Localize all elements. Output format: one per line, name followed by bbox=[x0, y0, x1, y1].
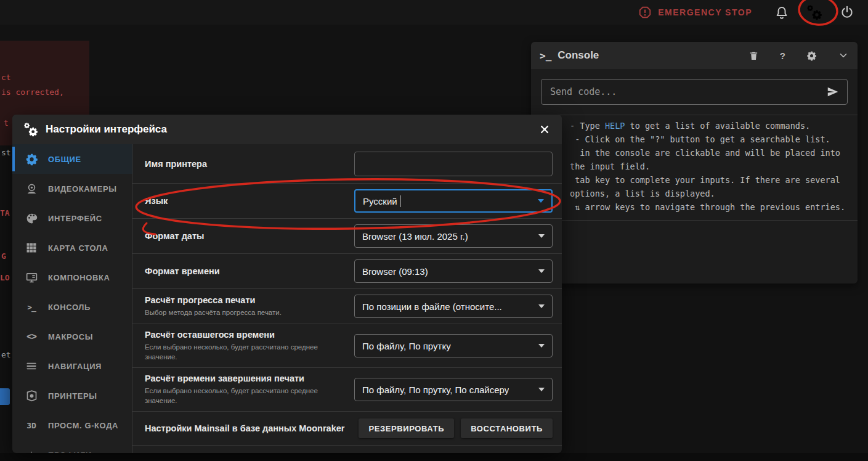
dialog-header: Настройки интерфейса bbox=[12, 115, 562, 144]
dialog-sidebar: ОБЩИЕ ВИДЕОКАМЕРЫ ИНТЕРФЕЙС КАРТА СТОЛА … bbox=[12, 144, 132, 453]
help-line: the input field. bbox=[570, 161, 650, 171]
setting-row-language: Язык Русский bbox=[132, 184, 562, 219]
console-settings-button[interactable] bbox=[806, 51, 817, 61]
sidebar-item-label: ПРОСМ. G-КОДА bbox=[48, 421, 118, 430]
chevron-down-icon bbox=[538, 388, 545, 391]
bell-icon bbox=[774, 5, 789, 20]
console-input-wrapper bbox=[541, 79, 848, 105]
sidebar-item-printers[interactable]: ПРИНТЕРЫ bbox=[12, 381, 132, 410]
sidebar-item-interface[interactable]: ИНТЕРФЕЙС bbox=[12, 203, 132, 233]
emergency-stop-button[interactable]: EMERGENCY STOP bbox=[638, 6, 752, 19]
menu-icon bbox=[25, 359, 38, 373]
terminal-icon: >_ bbox=[540, 50, 551, 62]
setting-sublabel: Если выбрано несколько, будет рассчитано… bbox=[145, 343, 348, 362]
error-text-fragment: t bbox=[4, 118, 9, 128]
language-select[interactable]: Русский bbox=[354, 189, 553, 213]
settings-button[interactable] bbox=[806, 4, 822, 20]
sidebar-item-gcode-viewer[interactable]: 3D ПРОСМ. G-КОДА bbox=[12, 410, 132, 440]
chevron-down-icon bbox=[538, 234, 545, 238]
power-button[interactable] bbox=[840, 5, 854, 20]
mainsail-app: EMERGENCY STOP ct is corrected, t st TA … bbox=[0, 0, 868, 461]
chevron-down-icon bbox=[538, 304, 545, 308]
time-remaining-value: По файлу, По прутку bbox=[362, 341, 451, 351]
notifications-button[interactable] bbox=[774, 5, 789, 20]
chevron-down-icon bbox=[538, 269, 545, 273]
eta-value: По файлу, По прутку, По слайсеру bbox=[362, 385, 509, 395]
close-icon bbox=[538, 123, 551, 136]
setting-label: Расчёт оставшегося времени bbox=[145, 330, 348, 340]
console-clear-button[interactable] bbox=[748, 51, 759, 61]
console-input[interactable] bbox=[549, 86, 826, 98]
time-remaining-select[interactable]: По файлу, По прутку bbox=[354, 334, 553, 357]
preset-icon bbox=[25, 448, 38, 453]
error-text-line: is corrected, bbox=[1, 88, 64, 97]
sidebar-item-webcams[interactable]: ВИДЕОКАМЕРЫ bbox=[12, 174, 132, 203]
backup-button[interactable]: РЕЗЕРВИРОВАТЬ bbox=[359, 418, 454, 438]
sidebar-item-label: ПРОФИЛИ bbox=[48, 451, 92, 454]
time-format-value: Browser (09:13) bbox=[362, 266, 428, 277]
chevron-down-icon bbox=[538, 344, 545, 348]
sidebar-item-label: КОМПОНОВКА bbox=[48, 273, 110, 282]
3d-icon: 3D bbox=[25, 418, 38, 432]
eta-select[interactable]: По файлу, По прутку, По слайсеру bbox=[354, 378, 553, 401]
gears-icon bbox=[23, 122, 38, 137]
setting-row-eta: Расчёт времени завершения печати Если вы… bbox=[132, 368, 562, 412]
console-help-button[interactable]: ? bbox=[780, 51, 785, 61]
setting-row-moonraker-db: Настройки Mainsail в базе данных Moonrak… bbox=[132, 412, 562, 446]
sidebar-item-navigation[interactable]: НАВИГАЦИЯ bbox=[12, 351, 132, 381]
sidebar-item-label: НАВИГАЦИЯ bbox=[48, 362, 102, 371]
sidebar-item-presets[interactable]: ПРОФИЛИ bbox=[12, 440, 132, 453]
printer-name-input[interactable] bbox=[354, 152, 553, 176]
dialog-content: Имя принтера Язык Русский Формат даты Br… bbox=[132, 144, 562, 453]
sidebar-item-bed-mesh[interactable]: КАРТА СТОЛА bbox=[12, 233, 132, 263]
power-icon bbox=[840, 5, 854, 20]
setting-row-date-format: Формат даты Browser (13 июл. 2025 г.) bbox=[132, 219, 562, 254]
emergency-stop-label: EMERGENCY STOP bbox=[658, 7, 752, 17]
page-bottom-strip bbox=[0, 453, 868, 461]
restore-button[interactable]: ВОССТАНОВИТЬ bbox=[461, 418, 553, 438]
console-actions: ? bbox=[748, 50, 849, 61]
sidebar-item-label: МАКРОСЫ bbox=[48, 332, 93, 341]
background-text-fragment: LO bbox=[0, 273, 10, 282]
top-bar: EMERGENCY STOP bbox=[0, 0, 868, 25]
setting-sublabel: Выбор метода расчёта прогресса печати. bbox=[145, 308, 348, 318]
setting-sublabel: Если выбрано несколько, будет рассчитано… bbox=[145, 386, 348, 406]
help-line: tab key to complete your inputs. If ther… bbox=[570, 175, 840, 185]
language-select-value: Русский bbox=[363, 196, 397, 206]
setting-label: Формат времени bbox=[145, 266, 348, 276]
close-dialog-button[interactable] bbox=[538, 123, 551, 136]
console-panel-header: >_ Console ? bbox=[531, 42, 858, 69]
sidebar-item-console[interactable]: >_ КОНСОЛЬ bbox=[12, 292, 132, 322]
dialog-title: Настройки интерфейса bbox=[46, 123, 167, 136]
trash-icon bbox=[748, 51, 759, 61]
sidebar-item-label: ОБЩИЕ bbox=[48, 155, 81, 164]
warning-octagon-icon bbox=[638, 6, 652, 19]
print-progress-select[interactable]: По позиции в файле (относите... bbox=[354, 295, 553, 318]
error-text-line: ct bbox=[1, 73, 11, 82]
sidebar-item-label: ВИДЕОКАМЕРЫ bbox=[48, 184, 117, 194]
help-line: options, a list is displayed. bbox=[570, 189, 715, 198]
sidebar-item-macros[interactable]: <> МАКРОСЫ bbox=[12, 322, 132, 351]
help-keyword[interactable]: HELP bbox=[605, 121, 625, 131]
chevron-down-icon bbox=[538, 199, 544, 203]
setting-label: Расчёт прогресса печати bbox=[145, 295, 348, 305]
date-format-value: Browser (13 июл. 2025 г.) bbox=[362, 231, 468, 242]
setting-row-printer-name: Имя принтера bbox=[132, 144, 562, 184]
date-format-select[interactable]: Browser (13 июл. 2025 г.) bbox=[354, 224, 553, 248]
webcam-icon bbox=[25, 182, 38, 195]
time-format-select[interactable]: Browser (09:13) bbox=[354, 259, 553, 283]
background-text-fragment: et bbox=[1, 350, 11, 359]
terminal-icon: >_ bbox=[25, 300, 38, 314]
setting-row-print-progress: Расчёт прогресса печати Выбор метода рас… bbox=[132, 289, 562, 324]
console-title: Console bbox=[558, 49, 599, 62]
console-collapse-button[interactable] bbox=[838, 50, 849, 61]
setting-label: Имя принтера bbox=[145, 159, 348, 169]
sidebar-item-label: КАРТА СТОЛА bbox=[48, 243, 108, 253]
help-line: to get a list of available commands. bbox=[625, 121, 810, 131]
code-icon: <> bbox=[25, 330, 38, 343]
sidebar-item-layout[interactable]: КОМПОНОВКА bbox=[12, 263, 132, 292]
gear-icon bbox=[25, 152, 38, 166]
setting-label: Расчёт времени завершения печати bbox=[145, 373, 348, 383]
sidebar-item-general[interactable]: ОБЩИЕ bbox=[12, 144, 132, 174]
send-icon[interactable] bbox=[826, 85, 840, 99]
